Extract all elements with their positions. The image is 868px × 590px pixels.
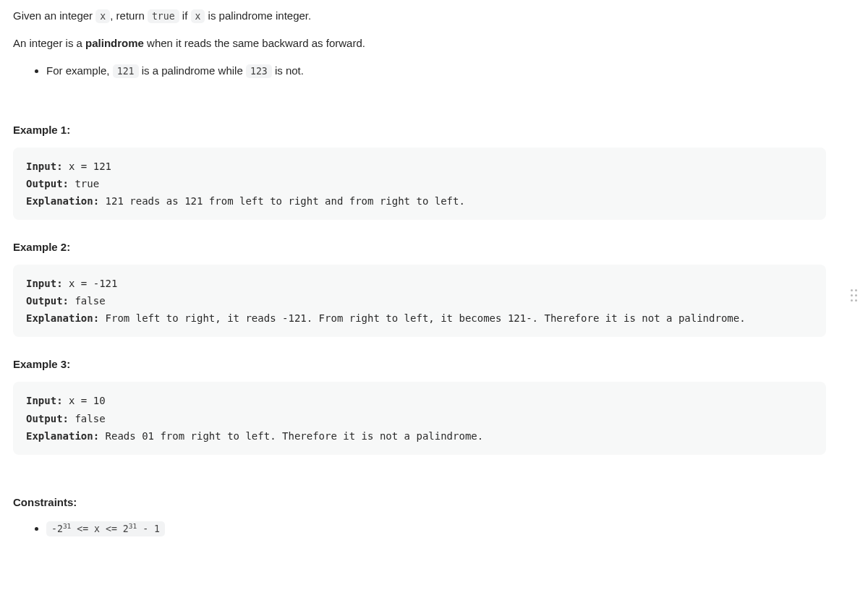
constraints-heading: Constraints: bbox=[13, 494, 826, 511]
output-value: false bbox=[69, 413, 106, 424]
text: is palindrome integer. bbox=[205, 9, 311, 22]
label-input: Input: bbox=[26, 161, 63, 172]
explanation-value: 121 reads as 121 from left to right and … bbox=[99, 195, 465, 207]
label-input: Input: bbox=[26, 278, 63, 289]
text: For example, bbox=[46, 64, 113, 77]
intro-paragraph-1: Given an integer x, return true if x is … bbox=[13, 7, 826, 25]
label-output: Output: bbox=[26, 178, 69, 189]
example-block-3: Input: x = 10 Output: false Explanation:… bbox=[13, 382, 826, 454]
bold-palindrome: palindrome bbox=[85, 37, 144, 49]
code-token-123: 123 bbox=[246, 64, 272, 78]
drag-handle-icon[interactable] bbox=[848, 285, 859, 306]
text: <= x <= bbox=[71, 523, 122, 534]
explanation-value: Reads 01 from right to left. Therefore i… bbox=[99, 430, 483, 442]
text: An integer is a bbox=[13, 37, 85, 49]
text: , return bbox=[110, 9, 148, 22]
code-token-true: true bbox=[148, 9, 179, 23]
input-value: x = 121 bbox=[63, 161, 111, 172]
label-input: Input: bbox=[26, 395, 63, 406]
explanation-value: From left to right, it reads -121. From … bbox=[99, 312, 745, 324]
text: 2 bbox=[123, 523, 129, 534]
output-value: true bbox=[69, 178, 99, 189]
input-value: x = 10 bbox=[63, 395, 106, 406]
label-explanation: Explanation: bbox=[26, 430, 99, 442]
code-token-121: 121 bbox=[113, 64, 139, 78]
label-output: Output: bbox=[26, 295, 69, 307]
example-heading-1: Example 1: bbox=[13, 121, 826, 139]
text: - 1 bbox=[137, 523, 160, 534]
exponent: 31 bbox=[129, 521, 137, 529]
input-value: x = -121 bbox=[63, 278, 118, 289]
list-item: -231 <= x <= 231 - 1 bbox=[46, 520, 826, 537]
constraint-code: -231 <= x <= 231 - 1 bbox=[46, 521, 165, 536]
code-token-x: x bbox=[191, 9, 205, 23]
example-block-2: Input: x = -121 Output: false Explanatio… bbox=[13, 265, 826, 337]
label-explanation: Explanation: bbox=[26, 195, 99, 207]
code-token-x: x bbox=[95, 9, 110, 23]
output-value: false bbox=[69, 295, 106, 307]
label-explanation: Explanation: bbox=[26, 312, 99, 324]
example-block-1: Input: x = 121 Output: true Explanation:… bbox=[13, 148, 826, 220]
example-heading-3: Example 3: bbox=[13, 356, 826, 373]
label-output: Output: bbox=[26, 413, 69, 424]
problem-description-pane[interactable]: Given an integer x, return true if x is … bbox=[0, 0, 839, 590]
text: is not. bbox=[272, 64, 304, 77]
text: is a palindrome while bbox=[139, 64, 246, 77]
text: when it reads the same backward as forwa… bbox=[144, 37, 365, 49]
intro-paragraph-2: An integer is a palindrome when it reads… bbox=[13, 35, 826, 52]
example-heading-2: Example 2: bbox=[13, 239, 826, 256]
list-item: For example, 121 is a palindrome while 1… bbox=[46, 62, 826, 80]
exponent: 31 bbox=[63, 521, 71, 529]
intro-bullet-list: For example, 121 is a palindrome while 1… bbox=[13, 62, 826, 80]
text: if bbox=[179, 9, 191, 22]
text: Given an integer bbox=[13, 9, 95, 22]
constraints-list: -231 <= x <= 231 - 1 bbox=[13, 520, 826, 537]
text: -2 bbox=[51, 523, 63, 534]
pane-resize-gutter[interactable] bbox=[839, 0, 868, 590]
